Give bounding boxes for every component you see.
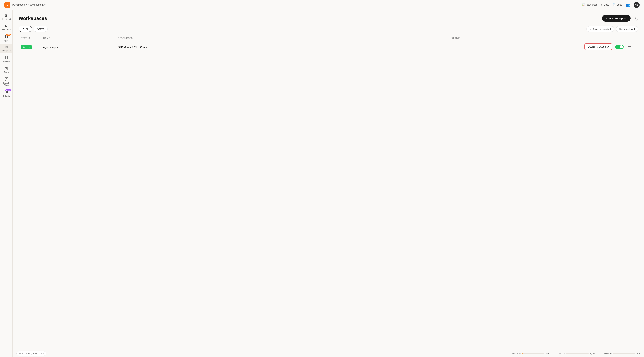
sidebar-item-label-apps: Apps xyxy=(4,40,8,42)
svg-rect-2 xyxy=(5,36,6,38)
svg-rect-5 xyxy=(7,56,8,57)
content-area: Workspaces + New workspace i ✓ All xyxy=(13,10,644,357)
mem-start: 4Gi xyxy=(518,352,521,354)
sidebar-item-label-workspaces: Workspaces xyxy=(1,50,11,52)
mem-label: Mem xyxy=(511,352,516,354)
docs-icon: 📄 xyxy=(612,3,615,6)
breadcrumb-development[interactable]: development ▾ xyxy=(30,3,46,6)
show-archived-button[interactable]: Show archived xyxy=(616,26,638,32)
content-inner: Workspaces + New workspace i ✓ All xyxy=(13,10,644,349)
sort-icon: ↕ xyxy=(590,28,591,31)
gpu-end: 256 xyxy=(637,352,640,354)
dashboard-icon: ⊞ xyxy=(5,14,8,18)
svg-rect-11 xyxy=(5,77,6,79)
gpu-bar-track xyxy=(613,353,636,354)
sidebar-item-label-launchplans: Launch Plans xyxy=(1,82,12,86)
cpu-start: 2 xyxy=(564,352,565,354)
svg-rect-3 xyxy=(6,36,8,38)
sidebar-item-tasks[interactable]: ☑ Tasks xyxy=(0,65,12,75)
topnav-left: U workspaces ▾ / development ▾ xyxy=(4,2,46,8)
cost-icon: $ xyxy=(601,3,602,6)
cost-link[interactable]: $ Cost xyxy=(601,3,608,6)
breadcrumb-separator: / xyxy=(28,3,29,6)
gpu-bar-group: GPU 0 256 xyxy=(604,352,640,354)
avatar[interactable]: NB xyxy=(634,2,640,8)
topnav-right: 📊 Resources $ Cost 📄 Docs 👥 NB xyxy=(582,2,640,8)
resource-bars: Mem 4Gi 2Ti CPU 2 4,096 xyxy=(511,351,640,355)
apps-new-badge: New xyxy=(6,34,10,36)
res-divider-2 xyxy=(600,351,600,355)
resources-icon: 📊 xyxy=(582,3,585,6)
logo[interactable]: U xyxy=(4,2,10,8)
new-workspace-button[interactable]: + New workspace xyxy=(602,15,630,22)
page-header: Workspaces + New workspace i xyxy=(19,15,638,22)
svg-rect-13 xyxy=(5,79,6,80)
sidebar-item-label-workflows: Workflows xyxy=(2,61,10,63)
filter-active-tab[interactable]: Active xyxy=(34,26,48,32)
executions-icon: ▶ xyxy=(5,24,8,28)
filter-right: ↕ Recently updated Show archived xyxy=(586,26,638,32)
bottom-bar: 0 running executions Mem 4Gi 2Ti CPU 2 xyxy=(13,349,644,357)
filters-row: ✓ All Active ↕ Recently updated Show arc… xyxy=(19,26,638,32)
res-divider-1 xyxy=(553,351,554,355)
resources-link[interactable]: 📊 Resources xyxy=(582,3,598,6)
workspace-uptime-cell xyxy=(449,41,582,53)
col-actions xyxy=(582,36,638,41)
col-uptime: Uptime xyxy=(449,36,582,41)
sidebar-item-launchplans[interactable]: Launch Plans xyxy=(0,76,12,88)
workspace-resources-cell: 4GB Mem / 2 CPU Cores xyxy=(116,41,449,53)
sidebar-item-artifacts[interactable]: Alpha Artifacts xyxy=(0,89,12,99)
sidebar-item-label-tasks: Tasks xyxy=(4,71,9,73)
svg-point-17 xyxy=(6,91,7,93)
sidebar: ⊞ Dashboard ▶ Executions New Apps 🖥 Work… xyxy=(0,10,13,357)
gpu-start: 0 xyxy=(610,352,612,354)
docs-link[interactable]: 📄 Docs xyxy=(612,3,622,6)
sidebar-item-executions[interactable]: ▶ Executions xyxy=(0,22,12,32)
col-resources: Resources xyxy=(116,36,449,41)
svg-rect-7 xyxy=(7,58,8,59)
workspaces-icon: 🖥 xyxy=(5,45,8,49)
sidebar-item-label-executions: Executions xyxy=(2,29,11,31)
filter-tabs: ✓ All Active xyxy=(19,26,48,32)
sidebar-item-workspaces[interactable]: 🖥 Workspaces xyxy=(0,44,12,53)
table-row: Active my-workspace 4GB Mem / 2 CPU Core… xyxy=(19,41,638,53)
cpu-bar-group: CPU 2 4,096 xyxy=(558,352,595,354)
people-icon[interactable]: 👥 xyxy=(626,3,630,7)
col-name: Name xyxy=(41,36,116,41)
sidebar-item-label-dashboard: Dashboard xyxy=(2,18,11,20)
mem-end: 2Ti xyxy=(546,352,549,354)
workspace-actions-cell: Open in VSCode ↗ ••• xyxy=(582,41,638,53)
workspaces-table: Status Name Resources Uptime Active my-w… xyxy=(19,36,638,53)
sidebar-item-dashboard[interactable]: ⊞ Dashboard xyxy=(0,12,12,22)
filter-all-tab[interactable]: ✓ All xyxy=(19,26,32,32)
gpu-bar-fill xyxy=(613,353,613,354)
check-icon: ✓ xyxy=(22,28,24,31)
cpu-bar-track xyxy=(566,353,589,354)
main-layout: ⊞ Dashboard ▶ Executions New Apps 🖥 Work… xyxy=(0,10,644,357)
sidebar-item-workflows[interactable]: Workflows xyxy=(0,54,12,64)
topnav: U workspaces ▾ / development ▾ 📊 Resourc… xyxy=(0,0,644,10)
running-dot xyxy=(19,353,21,354)
workspace-name-cell: my-workspace xyxy=(41,41,116,53)
cpu-bar-fill xyxy=(566,353,566,354)
running-count: 0 xyxy=(22,352,24,355)
table-header-row: Status Name Resources Uptime xyxy=(19,36,638,41)
workspace-status-cell: Active xyxy=(19,41,41,53)
breadcrumb-workspaces[interactable]: workspaces ▾ xyxy=(12,3,27,6)
plus-icon: + xyxy=(606,17,607,20)
cpu-end: 4,096 xyxy=(590,352,595,354)
recently-updated-button[interactable]: ↕ Recently updated xyxy=(586,26,614,32)
svg-rect-0 xyxy=(5,35,6,36)
workspace-toggle[interactable] xyxy=(615,45,624,49)
sidebar-item-apps[interactable]: New Apps xyxy=(0,33,12,43)
page-title: Workspaces xyxy=(19,16,47,21)
external-link-icon: ↗ xyxy=(607,46,609,48)
svg-rect-12 xyxy=(6,77,8,79)
running-label: running executions xyxy=(25,352,44,355)
open-vscode-button[interactable]: Open in VSCode ↗ xyxy=(584,44,612,50)
more-options-button[interactable]: ••• xyxy=(626,44,633,50)
gpu-label: GPU xyxy=(604,352,609,354)
info-button[interactable]: i xyxy=(633,16,638,21)
launchplans-icon xyxy=(4,77,8,82)
mem-bar-group: Mem 4Gi 2Ti xyxy=(511,352,548,354)
